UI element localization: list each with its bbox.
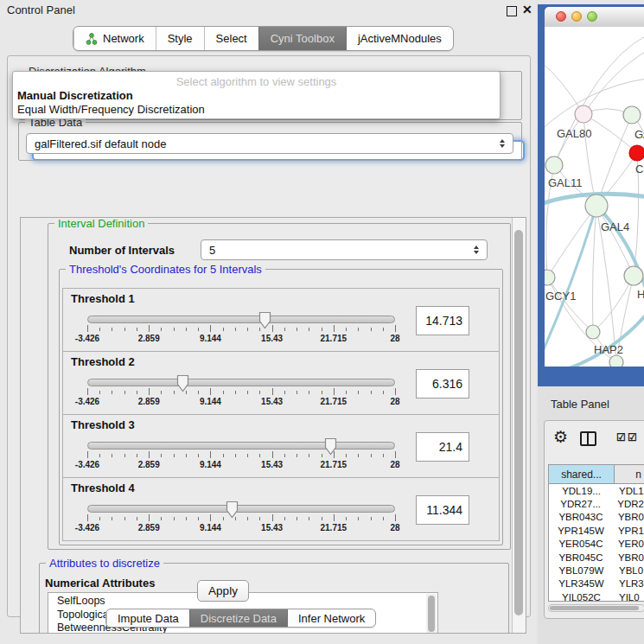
threshold-slider[interactable]: -3.4262.8599.14415.4321.71528 bbox=[87, 439, 395, 474]
top-tab-bar: Network Style bbox=[73, 26, 454, 51]
tab[interactable]: Infer Network bbox=[287, 609, 375, 627]
threshold-value-field[interactable]: 11.344 bbox=[416, 495, 469, 525]
number-of-intervals-combobox[interactable]: 5 bbox=[201, 239, 488, 260]
tab-label: Impute Data bbox=[118, 612, 179, 625]
network-node[interactable] bbox=[545, 156, 563, 174]
tab[interactable]: Cyni Toolbox bbox=[258, 27, 346, 50]
tab-label: Infer Network bbox=[298, 612, 365, 625]
group-title: Attributes to discretize bbox=[46, 557, 163, 570]
dropdown-hint: Select algorithm to view settings bbox=[13, 74, 500, 89]
threshold-list: Threshold 1-3.4262.8599.14415.4321.71528… bbox=[62, 289, 500, 541]
column-header-name[interactable]: n bbox=[615, 465, 644, 483]
settings-scroll-area: Interval Definition Number of Intervals … bbox=[20, 217, 526, 634]
network-canvas[interactable]: GAL80GACGAL11GAL4GCY1HHAP2 bbox=[545, 27, 644, 367]
slider-tick-label: -3.426 bbox=[75, 334, 99, 343]
network-window-titlebar[interactable] bbox=[545, 7, 644, 28]
vertical-scrollbar[interactable] bbox=[512, 218, 526, 633]
table-row[interactable]: YDR27... YDR2 bbox=[549, 497, 644, 510]
table-row[interactable]: YLR345W YLR3 bbox=[549, 577, 644, 590]
network-node-label: GAL11 bbox=[548, 176, 583, 189]
dropdown-option[interactable]: Manual Discretization bbox=[13, 89, 500, 103]
combobox-spinner-icon[interactable] bbox=[500, 139, 505, 148]
table-row[interactable]: YIL052C YIL0 bbox=[549, 590, 644, 602]
gear-icon[interactable]: ⚙ bbox=[553, 427, 568, 447]
threshold-slider[interactable]: -3.4262.8599.14415.4321.71528 bbox=[87, 376, 395, 411]
zoom-traffic-light-icon[interactable] bbox=[587, 11, 597, 22]
slider-tick-label: 9.144 bbox=[200, 523, 221, 532]
slider-tick-label: 15.43 bbox=[261, 397, 283, 406]
slider-tick-label: 21.715 bbox=[321, 334, 348, 343]
number-of-intervals-label: Number of Intervals bbox=[69, 244, 175, 257]
scrollbar-thumb[interactable] bbox=[550, 606, 639, 610]
tab[interactable]: jActiveMNodules bbox=[346, 27, 453, 50]
scrollbar-thumb[interactable] bbox=[514, 230, 523, 615]
slider-tick-label: 9.144 bbox=[200, 397, 221, 406]
float-window-icon[interactable] bbox=[507, 6, 517, 16]
network-node[interactable] bbox=[585, 194, 608, 217]
group-title: Threshold's Coordinates for 5 Intervals bbox=[66, 263, 265, 276]
slider-tick-label: 15.43 bbox=[261, 460, 283, 469]
dropdown-option[interactable]: Equal Width/Frequency Discretization bbox=[13, 103, 500, 117]
control-panel-titlebar: Control Panel ✕ bbox=[0, 0, 536, 21]
node-table[interactable]: shared... n YDL19... YDL1 YDR27... YDR2 bbox=[548, 464, 644, 602]
table-data-combobox[interactable]: galFiltered.sif default node bbox=[26, 133, 513, 154]
network-node[interactable] bbox=[575, 105, 592, 123]
tab[interactable]: Select bbox=[204, 27, 258, 50]
threshold-slider[interactable]: -3.4262.8599.14415.4321.71528 bbox=[87, 502, 395, 537]
network-icon bbox=[86, 33, 98, 45]
slider-scale-labels: -3.4262.8599.14415.4321.71528 bbox=[87, 334, 395, 344]
close-icon[interactable]: ✕ bbox=[522, 3, 532, 16]
horizontal-scrollbar[interactable] bbox=[548, 604, 644, 612]
network-view-window: GAL80GACGAL11GAL4GCY1HHAP2 bbox=[538, 4, 644, 386]
scrollbar-thumb[interactable] bbox=[428, 596, 435, 632]
slider-track[interactable] bbox=[87, 442, 395, 450]
table-row[interactable]: YBR045C YBR0 bbox=[549, 551, 644, 564]
slider-tick-label: 2.859 bbox=[138, 460, 160, 469]
threshold-label: Threshold 2 bbox=[71, 355, 135, 368]
table-panel-body: ⚙ ☑ ☑ shared... n YDL19... YDL1 YDR27... bbox=[544, 420, 644, 619]
checkbox-icon[interactable]: ☑ bbox=[628, 431, 637, 443]
tab[interactable]: Discretize Data bbox=[189, 609, 287, 627]
slider-tick-label: -3.426 bbox=[75, 397, 99, 406]
tab-label: Network bbox=[103, 32, 144, 45]
column-layout-icon[interactable] bbox=[580, 431, 596, 446]
cyni-toolbox-panel: Discretization Algorithm Table Data galF… bbox=[7, 55, 531, 617]
network-node[interactable] bbox=[629, 145, 644, 161]
slider-track[interactable] bbox=[87, 316, 395, 323]
network-node[interactable] bbox=[624, 266, 643, 285]
list-scrollbar[interactable] bbox=[426, 594, 437, 634]
minimize-traffic-light-icon[interactable] bbox=[571, 11, 582, 22]
threshold-value-field[interactable]: 21.4 bbox=[416, 432, 469, 462]
table-row[interactable]: YER054C YER0 bbox=[549, 538, 644, 551]
table-data-group: Table Data galFiltered.sif default node bbox=[18, 122, 522, 161]
control-panel: Control Panel ✕ Network bbox=[0, 0, 536, 644]
network-node[interactable] bbox=[623, 106, 641, 124]
checkbox-icon[interactable]: ☑ bbox=[616, 431, 626, 443]
table-row[interactable]: YDL19... YDL1 bbox=[549, 484, 644, 497]
network-node[interactable] bbox=[545, 270, 555, 285]
tab-label: jActiveMNodules bbox=[358, 32, 442, 45]
network-node[interactable] bbox=[586, 325, 600, 339]
tab[interactable]: Impute Data bbox=[106, 609, 189, 627]
close-traffic-light-icon[interactable] bbox=[556, 11, 566, 22]
slider-track[interactable] bbox=[87, 379, 395, 386]
network-node[interactable] bbox=[609, 355, 623, 367]
slider-tick-label: 9.144 bbox=[200, 460, 221, 469]
combobox-spinner-icon[interactable] bbox=[474, 245, 479, 254]
table-row[interactable]: YBL079W YBL0 bbox=[549, 564, 644, 577]
table-data-value: galFiltered.sif default node bbox=[35, 137, 166, 150]
slider-scale-labels: -3.4262.8599.14415.4321.71528 bbox=[87, 460, 395, 470]
slider-track[interactable] bbox=[87, 505, 395, 513]
table-row[interactable]: YPR145W YPR1 bbox=[549, 524, 644, 537]
threshold-value-field[interactable]: 14.713 bbox=[416, 306, 469, 335]
apply-button[interactable]: Apply bbox=[197, 580, 249, 602]
threshold-value-field[interactable]: 6.316 bbox=[416, 369, 469, 399]
column-header-shared-name[interactable]: shared... bbox=[549, 465, 615, 483]
group-title: Interval Definition bbox=[54, 217, 148, 230]
table-row[interactable]: YBR043C YBR0 bbox=[549, 511, 644, 524]
tab-label: Cyni Toolbox bbox=[271, 32, 335, 45]
slider-ticks bbox=[87, 451, 395, 459]
threshold-slider[interactable]: -3.4262.8599.14415.4321.71528 bbox=[87, 313, 395, 348]
tab[interactable]: Style bbox=[156, 27, 204, 50]
tab[interactable]: Network bbox=[73, 27, 156, 50]
